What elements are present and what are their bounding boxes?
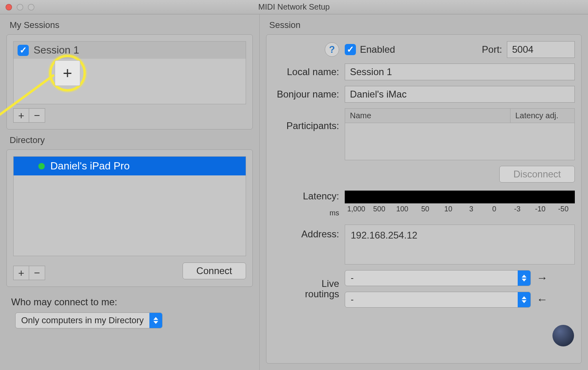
select-arrows-icon bbox=[518, 271, 530, 286]
my-sessions-label: My Sessions bbox=[0, 14, 259, 34]
directory-list[interactable]: Daniel's iPad Pro bbox=[13, 156, 246, 256]
routing-out-select[interactable]: - bbox=[345, 270, 531, 286]
enabled-checkbox[interactable]: ✓ bbox=[345, 44, 356, 55]
close-window-button[interactable] bbox=[6, 4, 12, 10]
arrow-left-icon: ← bbox=[536, 293, 548, 306]
latency-meter bbox=[345, 191, 575, 203]
directory-item-name: Daniel's iPad Pro bbox=[50, 160, 130, 172]
participants-table[interactable]: Name Latency adj. bbox=[345, 108, 575, 160]
directory-item[interactable]: Daniel's iPad Pro bbox=[14, 157, 246, 175]
arrow-right-icon: → bbox=[536, 272, 548, 284]
port-field[interactable]: 5004 bbox=[507, 41, 575, 58]
live-routings-label-2: routings bbox=[273, 289, 339, 299]
my-sessions-panel: ✓ Session 1 + − + bbox=[6, 34, 253, 129]
minimize-window-button[interactable] bbox=[17, 4, 23, 10]
add-directory-button[interactable]: + bbox=[13, 266, 29, 280]
who-may-connect-value: Only computers in my Directory bbox=[16, 315, 149, 326]
local-name-field[interactable]: Session 1 bbox=[345, 64, 575, 80]
network-globe-icon bbox=[552, 325, 574, 346]
session-name: Session 1 bbox=[34, 44, 79, 56]
participants-label: Participants: bbox=[273, 108, 345, 131]
who-may-connect-select[interactable]: Only computers in my Directory bbox=[15, 312, 163, 328]
routing-in-select[interactable]: - bbox=[345, 292, 531, 308]
directory-panel: Daniel's iPad Pro + − Connect bbox=[6, 149, 253, 287]
select-arrows-icon bbox=[518, 292, 530, 307]
help-button[interactable]: ? bbox=[325, 42, 339, 57]
online-status-icon bbox=[38, 163, 45, 169]
session-enabled-checkbox[interactable]: ✓ bbox=[18, 45, 29, 56]
titlebar: MIDI Network Setup bbox=[0, 0, 588, 14]
who-may-connect-label: Who may connect to me: bbox=[0, 296, 259, 308]
participants-header-name: Name bbox=[345, 109, 511, 123]
participants-header-latency: Latency adj. bbox=[511, 109, 574, 123]
live-routings-label-1: Live bbox=[273, 278, 339, 289]
sessions-list[interactable]: ✓ Session 1 bbox=[13, 41, 246, 104]
remove-session-button[interactable]: − bbox=[29, 108, 45, 123]
latency-label: Latency: bbox=[273, 191, 339, 202]
port-label: Port: bbox=[482, 44, 502, 55]
address-label: Address: bbox=[273, 225, 345, 240]
address-value: 192.168.254.12 bbox=[351, 230, 569, 241]
zoom-window-button[interactable] bbox=[28, 4, 34, 10]
add-session-button[interactable]: + bbox=[13, 108, 29, 123]
address-box: 192.168.254.12 bbox=[345, 225, 575, 265]
session-panel: ? ✓ Enabled Port: 5004 Local name: bbox=[266, 34, 582, 364]
bonjour-name-label: Bonjour name: bbox=[273, 89, 345, 100]
local-name-label: Local name: bbox=[273, 66, 345, 78]
enabled-label: Enabled bbox=[360, 44, 395, 55]
disconnect-button[interactable]: Disconnect bbox=[499, 166, 575, 183]
window-title: MIDI Network Setup bbox=[0, 2, 588, 12]
directory-label: Directory bbox=[0, 129, 259, 149]
connect-button[interactable]: Connect bbox=[183, 263, 246, 279]
bonjour-name-field[interactable]: Daniel's iMac bbox=[345, 86, 575, 103]
remove-directory-button[interactable]: − bbox=[29, 266, 45, 280]
session-row[interactable]: ✓ Session 1 bbox=[14, 42, 246, 59]
latency-ticks: 1,000 500 100 50 10 3 0 -3 -10 -50 bbox=[345, 205, 575, 213]
latency-unit: ms bbox=[273, 209, 339, 217]
select-arrows-icon bbox=[149, 313, 162, 328]
session-section-label: Session bbox=[260, 14, 588, 34]
